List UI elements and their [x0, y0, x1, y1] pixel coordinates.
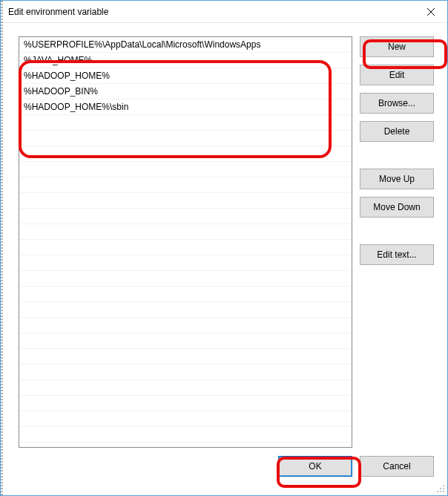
close-button[interactable] — [414, 1, 447, 23]
list-item[interactable]: %JAVA_HOME% — [19, 53, 352, 68]
svg-point-6 — [440, 491, 441, 492]
browse-button[interactable]: Browse... — [360, 93, 434, 114]
dialog-footer: OK Cancel — [19, 448, 434, 485]
list-item[interactable]: %USERPROFILE%\AppData\Local\Microsoft\Wi… — [19, 37, 352, 53]
close-icon — [427, 8, 435, 16]
delete-button[interactable]: Delete — [360, 121, 434, 142]
svg-point-7 — [443, 491, 444, 492]
svg-point-2 — [443, 485, 444, 486]
svg-point-4 — [443, 488, 444, 489]
titlebar: Edit environment variable — [1, 1, 447, 23]
list-item — [19, 365, 352, 380]
list-item — [19, 380, 352, 396]
list-item — [19, 224, 352, 240]
list-item — [19, 349, 352, 365]
list-item — [19, 209, 352, 224]
ok-button[interactable]: OK — [278, 456, 352, 477]
list-item — [19, 193, 352, 209]
window-left-edge — [1, 1, 3, 495]
list-item — [19, 240, 352, 255]
spacer — [360, 149, 434, 161]
list-item[interactable]: %HADOOP_HOME%\sbin — [19, 99, 352, 115]
resize-grip[interactable] — [436, 484, 445, 493]
edit-text-button[interactable]: Edit text... — [360, 244, 434, 265]
list-item — [19, 255, 352, 271]
list-item — [19, 131, 352, 146]
svg-point-5 — [437, 491, 438, 492]
body-row: %USERPROFILE%\AppData\Local\Microsoft\Wi… — [19, 36, 434, 448]
svg-point-3 — [440, 488, 441, 489]
dialog-window: Edit environment variable %USERPROFILE%\… — [0, 0, 448, 496]
spacer — [360, 225, 434, 237]
list-item[interactable]: %HADOOP_HOME% — [19, 68, 352, 84]
list-item[interactable]: %HADOOP_BIN% — [19, 84, 352, 99]
path-listbox[interactable]: %USERPROFILE%\AppData\Local\Microsoft\Wi… — [19, 36, 352, 448]
cancel-button[interactable]: Cancel — [360, 456, 434, 477]
edit-button[interactable]: Edit — [360, 65, 434, 85]
list-item — [19, 318, 352, 333]
list-item — [19, 333, 352, 349]
side-buttons: New Edit Browse... Delete Move Up Move D… — [360, 36, 434, 448]
list-item — [19, 427, 352, 443]
list-item — [19, 396, 352, 411]
list-item — [19, 411, 352, 427]
list-item — [19, 302, 352, 318]
new-button[interactable]: New — [360, 36, 434, 57]
dialog-content: %USERPROFILE%\AppData\Local\Microsoft\Wi… — [1, 23, 447, 495]
move-down-button[interactable]: Move Down — [360, 197, 434, 218]
window-title: Edit environment variable — [8, 7, 108, 17]
list-item — [19, 271, 352, 287]
list-item — [19, 287, 352, 302]
list-item — [19, 115, 352, 131]
move-up-button[interactable]: Move Up — [360, 169, 434, 189]
resize-grip-icon — [436, 484, 445, 493]
list-item — [19, 177, 352, 193]
list-item — [19, 146, 352, 162]
list-item — [19, 162, 352, 177]
